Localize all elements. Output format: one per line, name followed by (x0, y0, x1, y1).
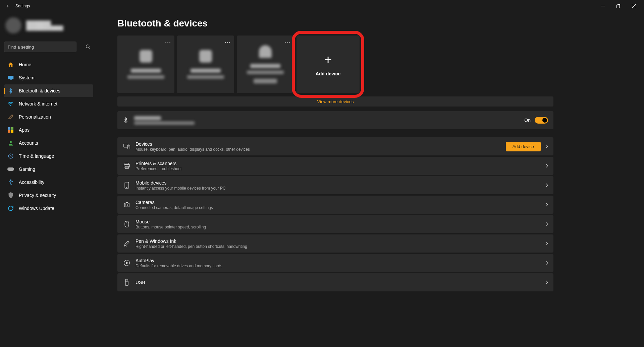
autoplay-icon (123, 260, 131, 266)
nav-item-network[interactable]: Network & internet (4, 97, 93, 110)
nav-label: Privacy & security (19, 193, 56, 198)
plus-icon: + (324, 53, 332, 67)
nav-item-privacy[interactable]: Privacy & security (4, 189, 93, 202)
svg-point-8 (10, 141, 12, 143)
devices-icon (123, 143, 131, 149)
cameras-icon (123, 202, 131, 207)
bluetooth-toggle[interactable] (535, 117, 548, 124)
settings-item-usb[interactable]: USB (117, 273, 553, 291)
nav-item-apps[interactable]: Apps (4, 124, 93, 136)
settings-item-title: Pen & Windows Ink (136, 238, 247, 244)
chevron-right-icon (545, 222, 548, 226)
device-cards-row: ··· ··· ··· + Add device (117, 36, 553, 93)
settings-item-mobile[interactable]: Mobile devicesInstantly access your mobi… (117, 176, 553, 194)
add-device-label: Add device (316, 71, 341, 76)
settings-item-mouse[interactable]: MouseButtons, mouse pointer speed, scrol… (117, 215, 553, 233)
close-icon (632, 4, 636, 8)
gaming-icon (7, 166, 14, 172)
nav-item-accounts[interactable]: Accounts (4, 137, 93, 149)
bluetooth-icon (7, 87, 14, 94)
chevron-right-icon (545, 183, 548, 187)
svg-rect-2 (8, 76, 14, 79)
maximize-icon (616, 4, 620, 8)
back-button[interactable] (3, 1, 13, 11)
update-icon (7, 205, 14, 212)
accessibility-icon (7, 179, 14, 186)
nav-label: Windows Update (19, 206, 54, 211)
usb-icon (123, 279, 131, 286)
settings-item-pen[interactable]: Pen & Windows InkRight-handed or left-ha… (117, 234, 553, 253)
printers-icon (123, 163, 131, 169)
settings-item-title: Cameras (136, 200, 213, 205)
more-icon[interactable]: ··· (284, 39, 290, 46)
settings-item-subtitle: Defaults for removable drives and memory… (136, 264, 222, 268)
add-device-card[interactable]: + Add device (297, 36, 360, 93)
nav-label: System (19, 75, 35, 80)
chevron-right-icon (545, 164, 548, 168)
nav-item-gaming[interactable]: Gaming (4, 163, 93, 176)
minimize-icon (601, 4, 605, 8)
sidebar: ████████ ████████████ HomeSystemBluetoot… (0, 12, 97, 347)
bluetooth-status-label: On (524, 118, 531, 123)
device-card-3[interactable]: ··· (237, 36, 294, 93)
apps-icon (7, 127, 14, 133)
svg-rect-0 (616, 5, 619, 8)
chevron-right-icon (545, 203, 548, 207)
nav-item-personalization[interactable]: Personalization (4, 111, 93, 123)
svg-rect-14 (125, 163, 128, 164)
svg-point-1 (86, 45, 89, 48)
add-device-button[interactable]: Add device (506, 142, 541, 151)
settings-item-subtitle: Mouse, keyboard, pen, audio, displays an… (136, 147, 250, 152)
more-icon[interactable]: ··· (165, 39, 171, 46)
svg-rect-3 (10, 79, 12, 80)
minimize-button[interactable] (595, 1, 610, 11)
settings-item-printers[interactable]: Printers & scannersPreferences, troubles… (117, 157, 553, 175)
search-input[interactable] (4, 42, 76, 52)
bluetooth-toggle-row: On (117, 111, 553, 129)
device-card-1[interactable]: ··· (117, 36, 174, 93)
nav-label: Accounts (19, 140, 38, 146)
profile-section[interactable]: ████████ ████████████ (4, 15, 93, 40)
nav-item-home[interactable]: Home (4, 58, 93, 71)
more-icon[interactable]: ··· (225, 39, 231, 46)
device-card-2[interactable]: ··· (177, 36, 234, 93)
mobile-icon (123, 182, 131, 189)
nav-label: Home (19, 62, 31, 67)
settings-item-cameras[interactable]: CamerasConnected cameras, default image … (117, 196, 553, 214)
settings-item-subtitle: Preferences, troubleshoot (136, 166, 181, 171)
settings-item-subtitle: Buttons, mouse pointer speed, scrolling (136, 225, 206, 229)
nav-label: Time & language (19, 153, 54, 159)
svg-rect-5 (11, 127, 13, 130)
nav-item-accessibility[interactable]: Accessibility (4, 176, 93, 189)
personalization-icon (7, 114, 14, 120)
profile-text: ████████ ████████████ (26, 20, 63, 30)
svg-point-19 (126, 204, 128, 206)
settings-item-devices[interactable]: DevicesMouse, keyboard, pen, audio, disp… (117, 137, 553, 155)
nav-item-time[interactable]: Time & language (4, 150, 93, 162)
search-icon (85, 44, 91, 49)
page-title: Bluetooth & devices (117, 18, 553, 29)
nav-item-system[interactable]: System (4, 71, 93, 84)
bluetooth-icon (123, 117, 130, 124)
arrow-left-icon (6, 4, 10, 8)
svg-rect-7 (11, 130, 13, 133)
nav-item-bluetooth[interactable]: Bluetooth & devices (4, 84, 93, 97)
close-button[interactable] (626, 1, 641, 11)
nav-label: Personalization (19, 114, 51, 120)
settings-item-title: USB (136, 280, 145, 285)
nav-list: HomeSystemBluetooth & devicesNetwork & i… (4, 58, 93, 215)
maximize-button[interactable] (610, 1, 626, 11)
settings-item-subtitle: Right-handed or left-handed, pen button … (136, 244, 247, 249)
nav-item-update[interactable]: Windows Update (4, 202, 93, 215)
settings-item-subtitle: Instantly access your mobile devices fro… (136, 186, 226, 191)
svg-rect-15 (124, 164, 129, 167)
view-more-link[interactable]: View more devices (117, 96, 553, 107)
nav-label: Bluetooth & devices (19, 88, 60, 93)
settings-item-title: AutoPlay (136, 258, 222, 263)
settings-item-autoplay[interactable]: AutoPlayDefaults for removable drives an… (117, 254, 553, 272)
chevron-right-icon (545, 144, 548, 148)
svg-rect-4 (8, 127, 10, 130)
settings-item-title: Printers & scanners (136, 161, 181, 166)
window-title: Settings (15, 4, 30, 8)
main-content: Bluetooth & devices ··· ··· ··· + Add de… (97, 12, 644, 347)
